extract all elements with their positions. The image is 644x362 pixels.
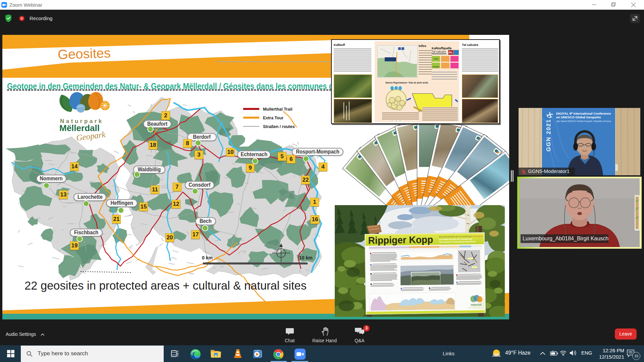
svg-text:Rippiger Kopp: Rippiger Kopp — [368, 234, 433, 246]
svg-text:Jeju Island UNESCO Global Geop: Jeju Island UNESCO Global Geopark, Repub… — [556, 120, 611, 123]
svg-text:10 km: 10 km — [299, 255, 313, 260]
svg-text:GGN 2021: GGN 2021 — [545, 119, 552, 152]
svg-text:Mullerthal Trail: Mullerthal Trail — [263, 107, 292, 112]
svg-text:Extra Tour: Extra Tour — [263, 115, 283, 121]
svg-text:0 km: 0 km — [202, 255, 213, 260]
svg-text:Straßen / routes: Straßen / routes — [263, 124, 295, 129]
svg-text:on UNESCO Global Geoparks: on UNESCO Global Geoparks — [556, 115, 601, 119]
svg-text:DIGITAL 9⁰ International Confe: DIGITAL 9⁰ International Conference — [556, 112, 611, 115]
svg-text:Mëllerdall: Mëllerdall — [471, 303, 482, 306]
